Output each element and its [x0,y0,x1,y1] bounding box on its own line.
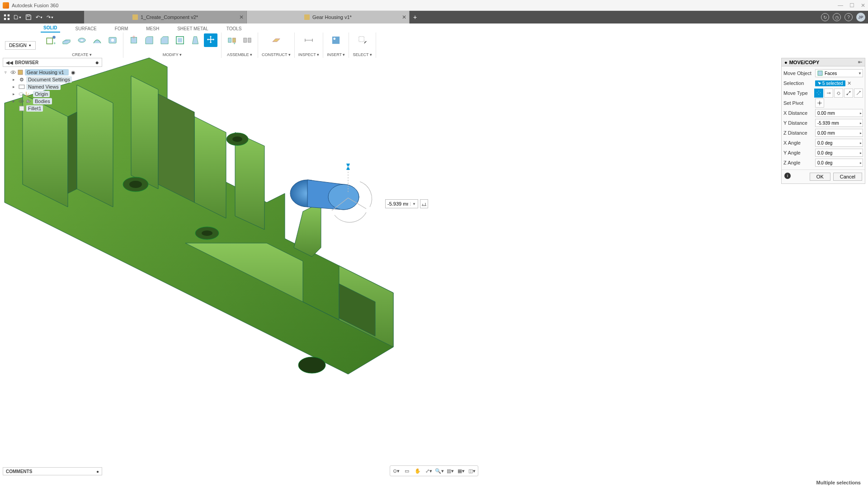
z-angle-input[interactable]: 0.0 deg▸ [815,159,863,167]
group-label[interactable]: MODIFY ▾ [163,52,182,58]
visibility-icon[interactable] [19,99,24,104]
tab-close-icon[interactable]: ✕ [239,14,244,20]
set-pivot-label: Set Pivot [783,100,813,106]
display-button[interactable]: ▥▾ [445,467,455,475]
dimension-snap-button[interactable] [420,199,428,208]
y-angle-input[interactable]: 0.0 deg▸ [815,149,863,157]
tab-tools[interactable]: TOOLS [224,25,245,33]
collapse-left-icon[interactable]: ◀◀ [6,60,13,65]
move-object-dropdown[interactable]: Faces ▼ [815,69,863,77]
tree-item-named-views[interactable]: ▸ Named Views [3,83,102,90]
group-label[interactable]: SELECT ▾ [353,52,372,58]
svg-point-6 [52,36,56,39]
file-menu-button[interactable]: ▼ [14,13,22,21]
redo-button[interactable]: ↷▼ [46,13,54,21]
tree-item-fillet[interactable]: Fillet1 [3,105,102,112]
look-at-button[interactable]: ▭ [402,467,412,475]
job-status-button[interactable]: ◷ [833,13,841,21]
tree-item-origin[interactable]: ▸ Origin [3,90,102,98]
orbit-button[interactable]: ⊙▾ [391,467,401,475]
x-angle-input[interactable]: 0.0 deg▸ [815,139,863,147]
dimension-input[interactable]: ▼ [385,199,418,208]
group-label[interactable]: INSPECT ▾ [298,52,319,58]
press-pull-button[interactable] [127,33,141,47]
radio-active-icon[interactable]: ◉ [71,70,75,75]
data-panel-button[interactable] [3,13,11,21]
move-type-point-to-position[interactable] [854,89,863,98]
insert-button[interactable] [329,33,343,47]
y-distance-input[interactable]: -5.939 mm▸ [815,119,863,127]
tree-item-doc-settings[interactable]: ▸ ⚙ Document Settings [3,76,102,83]
close-button[interactable]: ✕ [861,2,865,9]
zoom-button[interactable]: ⤢▾ [424,467,434,475]
move-type-rotate[interactable] [834,89,843,98]
visibility-icon[interactable] [10,70,16,75]
move-type-translate[interactable] [824,89,833,98]
shell-button[interactable] [173,33,187,47]
revolve-button[interactable] [75,33,89,47]
fit-button[interactable]: 🔍▾ [434,467,444,475]
ok-button[interactable]: OK [810,173,830,181]
draft-button[interactable] [189,33,202,47]
measure-button[interactable] [302,33,316,47]
sketch-button[interactable]: + [44,33,58,47]
tree-item-bodies[interactable]: ▸ Bodies [3,98,102,105]
dimension-value-field[interactable] [386,201,410,206]
pin-icon[interactable]: ⇤ [858,59,862,65]
tab-sheet-metal[interactable]: SHEET METAL [175,25,211,33]
document-tab-2[interactable]: Gear Housing v1* ✕ [247,11,410,23]
save-button[interactable] [24,13,33,21]
move-type-point-to-point[interactable] [844,89,853,98]
set-pivot-button[interactable] [815,99,824,108]
cancel-button[interactable]: Cancel [833,173,862,181]
z-distance-input[interactable]: 0.00 mm▸ [815,129,863,137]
move-type-free[interactable] [814,89,823,98]
grid-button[interactable]: ▦▾ [456,467,466,475]
svg-rect-1 [8,14,9,16]
move-button[interactable] [204,33,217,47]
browser-header[interactable]: ◀◀ BROWSER ● [3,58,102,67]
chamfer-button[interactable] [158,33,171,47]
tree-root[interactable]: ▿ Gear Housing v1 ◉ [3,69,102,76]
undo-button[interactable]: ↶▼ [35,13,43,21]
minimize-button[interactable]: — [838,2,843,9]
new-tab-button[interactable]: + [410,11,420,23]
clear-selection-button[interactable]: ✕ [847,80,851,86]
x-distance-input[interactable]: 0.00 mm▸ [815,109,863,117]
document-tab-1[interactable]: 1_Create_Component v2* ✕ [84,11,247,23]
selection-chip[interactable]: 5 selected [815,80,845,86]
viewport[interactable]: ▼ ◀◀ BROWSER ● ▿ Gear Housing v1 ◉ ▸ ⚙ D… [0,58,868,477]
help-button[interactable]: ? [844,13,853,21]
tab-mesh[interactable]: MESH [143,25,162,33]
group-label[interactable]: ASSEMBLE ▾ [227,52,252,58]
extrude-button[interactable] [60,33,73,47]
dimension-dropdown[interactable]: ▼ [410,202,418,206]
pan-button[interactable]: ✋ [413,467,423,475]
workspace-switcher[interactable]: DESIGN ▼ [5,41,35,50]
visibility-icon[interactable] [19,91,24,97]
selected-geometry[interactable] [280,157,380,257]
comments-bar[interactable]: COMMENTS ● [3,467,102,475]
comments-dot-icon[interactable]: ● [96,469,99,474]
viewports-button[interactable]: ◫▾ [467,467,477,475]
hole-button[interactable] [106,33,119,47]
group-label[interactable]: CONSTRUCT ▾ [262,52,291,58]
maximize-button[interactable]: ☐ [849,2,854,9]
tab-form[interactable]: FORM [112,25,131,33]
tab-surface[interactable]: SURFACE [73,25,99,33]
construct-plane-button[interactable] [269,33,283,47]
select-button[interactable] [356,33,369,47]
extensions-button[interactable]: ↻ [821,13,829,21]
tab-close-icon[interactable]: ✕ [402,14,406,20]
joint-button[interactable]: + [225,33,239,47]
group-label[interactable]: CREATE ▾ [72,52,91,58]
group-label[interactable]: INSERT ▾ [327,52,345,58]
panel-header[interactable]: ● MOVE/COPY ⇤ [782,58,865,66]
browser-dot-icon[interactable]: ● [95,59,99,66]
as-built-joint-button[interactable] [241,33,254,47]
user-avatar[interactable]: JP [856,13,865,22]
fillet-button[interactable] [142,33,156,47]
info-icon[interactable]: i [784,173,791,179]
loft-button[interactable] [90,33,104,47]
tab-solid[interactable]: SOLID [41,24,60,33]
